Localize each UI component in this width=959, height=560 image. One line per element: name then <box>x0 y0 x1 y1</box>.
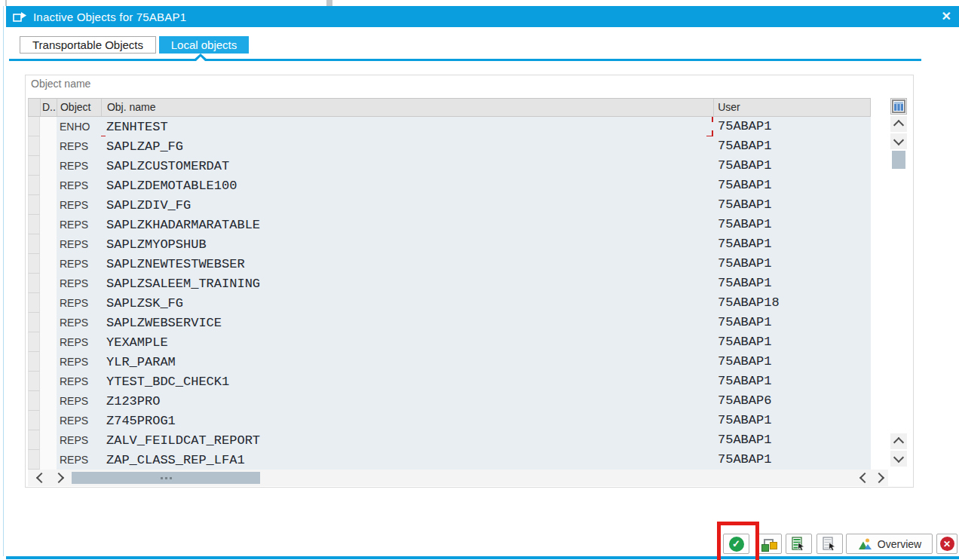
row-selector-cell[interactable] <box>28 117 40 136</box>
cell-object-name[interactable]: ZALV_FEILDCAT_REPORT <box>101 430 714 450</box>
table-row[interactable]: REPS YEXAMPLE 75ABAP1 <box>28 332 871 352</box>
cell-object-type[interactable]: ENHO <box>57 117 101 136</box>
cell-user[interactable]: 75ABAP1 <box>714 313 871 332</box>
scroll-right-button[interactable] <box>51 470 68 486</box>
header-user[interactable]: User <box>714 99 871 116</box>
scroll-left-button[interactable] <box>855 470 872 486</box>
cell-object-type[interactable]: REPS <box>57 352 101 372</box>
table-settings-button[interactable] <box>890 98 907 115</box>
cell-user[interactable]: 75ABAP18 <box>714 293 871 313</box>
table-row[interactable]: REPS SAPLZMYOPSHUB 75ABAP1 <box>28 234 871 254</box>
table-row[interactable]: REPS Z745PROG1 75ABAP1 <box>28 411 871 430</box>
cell-user[interactable]: 75ABAP1 <box>714 195 871 215</box>
cell-user[interactable]: 75ABAP1 <box>714 332 871 352</box>
overview-button[interactable]: Overview <box>846 534 933 554</box>
cell-object-type[interactable]: REPS <box>57 195 101 215</box>
table-row[interactable]: REPS ZAP_CLASS_REP_LFA1 75ABAP1 <box>28 450 871 470</box>
cell-object-name[interactable]: YEXAMPLE <box>101 332 714 352</box>
row-selector-cell[interactable] <box>28 215 40 234</box>
cell-user[interactable]: 75ABAP1 <box>714 372 871 391</box>
cell-object-type[interactable]: REPS <box>57 450 101 470</box>
cell-object-name[interactable]: ZAP_CLASS_REP_LFA1 <box>101 450 714 470</box>
row-selector-cell[interactable] <box>28 313 40 332</box>
cell-object-type[interactable]: REPS <box>57 136 101 156</box>
row-selector-cell[interactable] <box>28 254 40 274</box>
cell-user[interactable]: 75ABAP1 <box>714 411 871 430</box>
vertical-scrollbar-thumb[interactable] <box>892 151 905 169</box>
cell-user[interactable]: 75ABAP1 <box>714 215 871 234</box>
cell-object-type[interactable]: REPS <box>57 293 101 313</box>
scroll-up-button[interactable] <box>890 116 907 132</box>
cell-object-name[interactable]: SAPLZNEWTESTWEBSER <box>101 254 714 274</box>
cell-object-name[interactable]: SAPLZCUSTOMERDAT <box>101 156 714 176</box>
header-obj-name[interactable]: Obj. name <box>102 99 714 116</box>
cell-object-type[interactable]: REPS <box>57 176 101 195</box>
cell-user[interactable]: 75ABAP1 <box>714 430 871 450</box>
row-selector-cell[interactable] <box>28 450 40 470</box>
cell-object-name[interactable]: YLR_PARAM <box>101 352 714 372</box>
cell-object-name[interactable]: SAPLZSK_FG <box>101 293 714 313</box>
table-row[interactable]: REPS SAPLZWEBSERVICE 75ABAP1 <box>28 313 871 332</box>
row-selector-cell[interactable] <box>28 176 40 195</box>
cell-user[interactable]: 75ABAP1 <box>714 254 871 274</box>
row-selector-cell[interactable] <box>28 352 40 372</box>
table-row[interactable]: ENHO ZENHTEST 75ABAP1 <box>28 117 871 136</box>
cell-object-name[interactable]: SAPLZDIV_FG <box>101 195 714 215</box>
cell-user[interactable]: 75ABAP1 <box>714 352 871 372</box>
cell-object-type[interactable]: REPS <box>57 391 101 411</box>
table-row[interactable]: REPS YTEST_BDC_CHECK1 75ABAP1 <box>28 372 871 391</box>
close-icon[interactable]: ✕ <box>942 9 951 23</box>
table-row[interactable]: REPS SAPLZAP_FG 75ABAP1 <box>28 136 871 156</box>
table-row[interactable]: REPS SAPLZSK_FG 75ABAP18 <box>28 293 871 313</box>
scroll-left-button[interactable] <box>32 470 48 486</box>
header-selector[interactable] <box>29 99 41 116</box>
scroll-page-down-button[interactable] <box>890 451 907 467</box>
cell-object-type[interactable]: REPS <box>57 234 101 254</box>
cell-object-type[interactable]: REPS <box>57 372 101 391</box>
cell-object-name[interactable]: SAPLZDEMOTABLE100 <box>101 176 714 195</box>
cell-object-type[interactable]: REPS <box>57 313 101 332</box>
cell-user[interactable]: 75ABAP1 <box>714 136 871 156</box>
row-selector-cell[interactable] <box>28 332 40 352</box>
cell-user[interactable]: 75ABAP1 <box>714 450 871 470</box>
header-d[interactable]: D.. <box>41 99 57 116</box>
cell-user[interactable]: 75ABAP1 <box>714 176 871 195</box>
cancel-button[interactable]: ✕ <box>936 534 957 554</box>
tab-local-objects[interactable]: Local objects <box>159 36 249 54</box>
table-row[interactable]: REPS ZALV_FEILDCAT_REPORT 75ABAP1 <box>28 430 871 450</box>
cell-object-type[interactable]: REPS <box>57 215 101 234</box>
row-selector-cell[interactable] <box>28 372 40 391</box>
table-row[interactable]: REPS SAPLZNEWTESTWEBSER 75ABAP1 <box>28 254 871 274</box>
row-selector-cell[interactable] <box>28 195 40 215</box>
cell-user[interactable]: 75ABAP1 <box>714 274 871 293</box>
table-row[interactable]: REPS SAPLZCUSTOMERDAT 75ABAP1 <box>28 156 871 176</box>
row-selector-cell[interactable] <box>28 156 40 176</box>
row-selector-cell[interactable] <box>28 293 40 313</box>
row-selector-cell[interactable] <box>28 430 40 450</box>
row-selector-cell[interactable] <box>28 136 40 156</box>
cell-object-name[interactable]: SAPLZMYOPSHUB <box>101 234 714 254</box>
table-row[interactable]: REPS SAPLZSALEEM_TRAINING 75ABAP1 <box>28 274 871 293</box>
cell-object-name[interactable]: SAPLZKHADARMARATABLE <box>101 215 714 234</box>
cell-object-name[interactable]: YTEST_BDC_CHECK1 <box>101 372 714 391</box>
horizontal-scrollbar-thumb[interactable] <box>72 472 260 484</box>
cell-object-type[interactable]: REPS <box>57 332 101 352</box>
subobjects-button[interactable] <box>755 534 782 554</box>
scroll-right-button[interactable] <box>872 470 888 486</box>
cell-object-name[interactable]: Z745PROG1 <box>101 411 714 430</box>
cell-user[interactable]: 75ABAP6 <box>714 391 871 411</box>
row-selector-cell[interactable] <box>28 234 40 254</box>
header-object[interactable]: Object <box>57 99 102 116</box>
table-row[interactable]: REPS Z123PRO 75ABAP6 <box>28 391 871 411</box>
cell-object-name[interactable]: SAPLZWEBSERVICE <box>101 313 714 332</box>
select-detail-button[interactable] <box>786 534 812 554</box>
scroll-down-button[interactable] <box>890 133 907 149</box>
cell-object-type[interactable]: REPS <box>57 411 101 430</box>
row-selector-cell[interactable] <box>28 391 40 411</box>
cell-user[interactable]: 75ABAP1 <box>714 234 871 254</box>
tab-transportable-objects[interactable]: Transportable Objects <box>20 36 156 54</box>
cell-object-type[interactable]: REPS <box>57 274 101 293</box>
cell-object-name[interactable]: SAPLZAP_FG <box>101 136 714 156</box>
cell-object-type[interactable]: REPS <box>57 254 101 274</box>
row-selector-cell[interactable] <box>28 411 40 430</box>
